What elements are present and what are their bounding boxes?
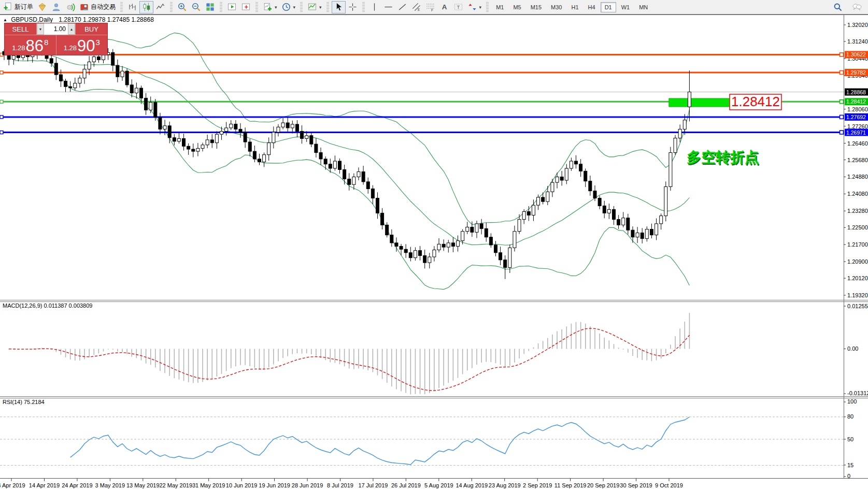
tile-windows-button[interactable] bbox=[203, 1, 217, 13]
zoom-in-icon bbox=[177, 2, 187, 12]
toolbar-grip bbox=[326, 2, 329, 12]
volume-increase-button[interactable]: ▲ bbox=[68, 23, 75, 35]
trend-note-text[interactable]: 多空转折点 bbox=[687, 149, 759, 165]
macd-pane[interactable] bbox=[4, 313, 689, 394]
fibonacci-button[interactable] bbox=[423, 1, 437, 13]
signal-button[interactable] bbox=[63, 1, 77, 13]
timeframe-m30-button[interactable]: M30 bbox=[547, 2, 566, 12]
chart-template-button[interactable]: ▾ bbox=[305, 1, 324, 13]
timeframe-mn-button[interactable]: MN bbox=[635, 2, 652, 12]
rsi-label: RSI(14) 75.2184 bbox=[3, 399, 45, 405]
text-label-button[interactable] bbox=[451, 1, 465, 13]
toolbar-grip bbox=[120, 2, 123, 12]
toolbar-right-icons bbox=[831, 1, 864, 13]
horizontal-line-button[interactable] bbox=[381, 1, 395, 13]
timeframe-d1-button[interactable]: D1 bbox=[601, 2, 616, 12]
hline-left-marker bbox=[0, 116, 3, 119]
bollinger-up-band bbox=[13, 33, 689, 225]
indicators-button[interactable]: ▾ bbox=[261, 1, 279, 13]
price-tick-label: 1.19320 bbox=[847, 292, 868, 298]
sell-price-sup: 8 bbox=[44, 36, 48, 47]
rsi-axis-label: 50 bbox=[847, 436, 853, 442]
auto-trading-label: 自动交易 bbox=[91, 3, 116, 11]
arrows-dropdown-arrow[interactable]: ▾ bbox=[479, 5, 482, 10]
zoom-out-button[interactable] bbox=[189, 1, 203, 13]
buy-price[interactable]: 1.28 90 3 bbox=[56, 35, 108, 55]
chart-window[interactable]: 1.28412多空转折点多空转折点1.320201.312401.304401.… bbox=[0, 0, 868, 490]
ohlc-values: 1.28170 1.29878 1.27485 1.28868 bbox=[59, 16, 154, 23]
collapse-triangle-icon[interactable]: ▲ bbox=[3, 18, 7, 22]
bollinger-mid-band bbox=[13, 54, 689, 245]
price-tick-label: 1.24880 bbox=[847, 174, 868, 180]
auto-trading-icon bbox=[79, 2, 89, 12]
periods-button[interactable]: ▾ bbox=[279, 1, 298, 13]
equidistant-channel-button[interactable] bbox=[409, 1, 423, 13]
price-callout-text: 1.28412 bbox=[731, 94, 780, 109]
periods-icon bbox=[281, 2, 291, 12]
zoom-out-icon bbox=[191, 2, 201, 12]
trendline-button[interactable] bbox=[395, 1, 409, 13]
periods-dropdown-arrow[interactable]: ▾ bbox=[293, 5, 296, 10]
date-axis[interactable]: 4 Apr 201914 Apr 201924 Apr 20193 May 20… bbox=[0, 479, 683, 488]
line-chart-icon bbox=[155, 2, 165, 12]
crosshair-button[interactable] bbox=[346, 1, 360, 13]
indicators-dropdown-arrow[interactable]: ▾ bbox=[275, 5, 277, 10]
candlestick-chart-button[interactable] bbox=[139, 1, 153, 13]
date-tick-label: 19 Jun 2019 bbox=[259, 482, 290, 488]
buy-price-big: 90 bbox=[77, 38, 95, 54]
sell-button[interactable]: SELL bbox=[5, 23, 37, 35]
timeframe-m1-button[interactable]: M1 bbox=[492, 2, 508, 12]
rsi-pane[interactable] bbox=[0, 417, 844, 466]
timeframe-w1-button[interactable]: W1 bbox=[617, 2, 634, 12]
price-chip-label: 1.26971 bbox=[846, 129, 866, 136]
price-tick-label: 1.28060 bbox=[847, 106, 868, 112]
line-chart-button[interactable] bbox=[153, 1, 167, 13]
new-order-button[interactable]: 新订单 bbox=[1, 1, 35, 13]
buy-button[interactable]: BUY bbox=[75, 23, 107, 35]
bar-chart-button[interactable] bbox=[125, 1, 139, 13]
date-tick-label: 20 Sep 2019 bbox=[587, 482, 619, 488]
date-tick-label: 26 Jul 2019 bbox=[391, 482, 421, 488]
zoom-in-button[interactable] bbox=[175, 1, 189, 13]
chat-button[interactable] bbox=[850, 1, 864, 13]
toolbar-grip bbox=[300, 2, 303, 12]
candlesticks bbox=[3, 43, 691, 279]
volume-input[interactable]: 1.00 bbox=[44, 23, 68, 35]
chart-template-dropdown-arrow[interactable]: ▾ bbox=[319, 5, 322, 10]
vertical-line-button[interactable] bbox=[367, 1, 381, 13]
price-tick-label: 1.31240 bbox=[847, 38, 868, 45]
market-watch-button[interactable] bbox=[35, 1, 49, 13]
price-chip-label: 1.29782 bbox=[846, 69, 866, 76]
chart-shift-button[interactable] bbox=[239, 1, 253, 13]
highlight-rectangle[interactable] bbox=[669, 98, 730, 107]
price-tick-label: 1.27260 bbox=[847, 123, 868, 129]
date-tick-label: 30 Sep 2019 bbox=[620, 482, 652, 488]
date-tick-label: 8 Jul 2019 bbox=[327, 482, 353, 488]
rsi-axis-label: 80 bbox=[847, 413, 853, 420]
price-chip-label: 1.30622 bbox=[846, 51, 866, 57]
toolbar-grip bbox=[220, 2, 222, 12]
chart-template-icon bbox=[307, 2, 317, 12]
horizontal-line-icon bbox=[383, 2, 393, 12]
search-button[interactable] bbox=[831, 1, 845, 13]
volume-control: ▼ 1.00 ▲ bbox=[37, 23, 75, 35]
price-chip-label: 1.28412 bbox=[846, 98, 866, 105]
auto-scroll-button[interactable] bbox=[225, 1, 239, 13]
timeframe-h4-button[interactable]: H4 bbox=[584, 2, 600, 12]
text-button[interactable] bbox=[437, 1, 451, 13]
arrows-button[interactable]: ▾ bbox=[465, 1, 484, 13]
volume-decrease-button[interactable]: ▼ bbox=[37, 23, 44, 35]
rsi-axis-label: 0 bbox=[847, 473, 850, 479]
vertical-line-icon bbox=[369, 2, 379, 12]
auto-trading-button[interactable]: 自动交易 bbox=[77, 1, 118, 13]
profile-button[interactable] bbox=[49, 1, 63, 13]
date-tick-label: 10 Jun 2019 bbox=[226, 482, 258, 488]
timeframe-h1-button[interactable]: H1 bbox=[567, 2, 583, 12]
cursor-button[interactable] bbox=[332, 1, 346, 13]
macd-axis-label: -0.013128 bbox=[847, 390, 868, 396]
price-tick-label: 1.32020 bbox=[847, 22, 868, 28]
price-tick-label: 1.20120 bbox=[847, 275, 868, 281]
timeframe-m5-button[interactable]: M5 bbox=[509, 2, 525, 12]
timeframe-m15-button[interactable]: M15 bbox=[527, 2, 546, 12]
sell-price[interactable]: 1.28 86 8 bbox=[5, 35, 56, 55]
